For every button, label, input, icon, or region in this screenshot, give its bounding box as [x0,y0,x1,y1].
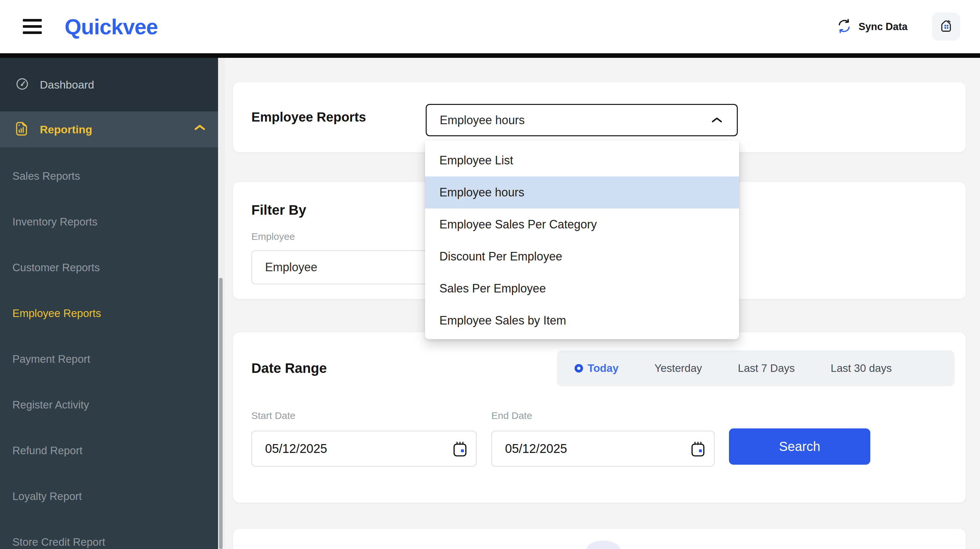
loader-blob [586,541,620,549]
quick-range-last-7-days[interactable]: Last 7 Days [738,362,795,375]
end-date-input[interactable]: 05/12/2025 [491,431,714,467]
date-range-card: Date Range Today Yesterday Last 7 Days L… [233,332,966,503]
app-logo[interactable]: Quickvee ♥♥ [65,8,158,45]
end-date-value: 05/12/2025 [505,442,567,456]
quick-range-yesterday[interactable]: Yesterday [654,362,702,375]
top-header: Quickvee ♥♥ Sync Data [0,0,980,53]
sidebar-item-dashboard[interactable]: Dashboard [0,58,218,112]
dropdown-option-employee-list[interactable]: Employee List [425,144,739,177]
sidebar: Dashboard Reporting Sales Report [0,58,218,549]
report-type-select-value: Employee hours [440,113,525,127]
hamburger-menu-icon[interactable] [23,19,42,34]
chevron-up-icon [194,124,206,132]
logo-heart-eyes-icon: ♥♥ [68,23,75,29]
quick-range-today[interactable]: Today [574,362,619,375]
calendar-icon[interactable] [452,441,468,459]
start-date-value: 05/12/2025 [265,442,327,456]
sidebar-scrollbar-track[interactable] [218,58,225,549]
dashboard-gauge-icon [14,76,30,93]
sidebar-item-store-credit-report[interactable]: Store Credit Report [0,534,218,549]
sidebar-item-reporting[interactable]: Reporting [0,112,218,147]
dropdown-option-employee-sales-per-category[interactable]: Employee Sales Per Category [425,209,739,241]
filter-by-title: Filter By [251,202,306,218]
sidebar-item-register-activity[interactable]: Register Activity [0,397,218,413]
sidebar-item-customer-reports[interactable]: Customer Reports [0,260,218,276]
results-card-partial [233,529,966,549]
sidebar-item-payment-report[interactable]: Payment Report [0,351,218,367]
employee-select-value: Employee [265,260,317,274]
sidebar-item-loyalty-report[interactable]: Loyalty Report [0,488,218,504]
sync-data-button[interactable]: Sync Data [836,18,908,36]
report-selector-title: Employee Reports [251,82,366,152]
sidebar-scrollbar-thumb[interactable] [219,278,223,549]
quick-range-last-30-days[interactable]: Last 30 days [831,362,892,375]
sync-data-label: Sync Data [859,21,908,33]
sidebar-item-label: Reporting [40,123,92,136]
sidebar-item-employee-reports[interactable]: Employee Reports [0,305,218,322]
quick-range-selector: Today Yesterday Last 7 Days Last 30 days [557,350,955,386]
chevron-up-icon [711,117,722,124]
start-date-label: Start Date [251,410,296,421]
dropdown-option-discount-per-employee[interactable]: Discount Per Employee [425,241,739,273]
logo-text: Quickvee [65,15,158,39]
sidebar-item-refund-report[interactable]: Refund Report [0,442,218,459]
app-launcher-button[interactable] [932,13,960,40]
report-type-select[interactable]: Employee hours [426,104,738,136]
end-date-label: End Date [491,410,532,421]
dropdown-option-employee-sales-by-item[interactable]: Employee Sales by Item [425,305,739,337]
start-date-input[interactable]: 05/12/2025 [251,431,477,467]
store-home-icon [939,18,953,35]
sync-icon [836,18,853,35]
sidebar-item-inventory-reports[interactable]: Inventory Reports [0,214,218,230]
quickvee-app: Quickvee ♥♥ Sync Data [0,0,980,549]
radio-selected-icon [574,364,583,372]
reporting-document-icon [14,121,29,138]
header-divider [0,53,980,58]
dropdown-option-employee-hours[interactable]: Employee hours [425,177,739,209]
sidebar-item-label: Dashboard [40,78,94,91]
dropdown-option-sales-per-employee[interactable]: Sales Per Employee [425,273,739,305]
sidebar-item-sales-reports[interactable]: Sales Reports [0,168,218,184]
employee-field-label: Employee [251,231,295,242]
report-type-dropdown: Employee List Employee hours Employee Sa… [425,140,739,339]
search-button[interactable]: Search [729,428,870,465]
date-range-title: Date Range [251,361,327,376]
calendar-icon[interactable] [690,441,705,459]
